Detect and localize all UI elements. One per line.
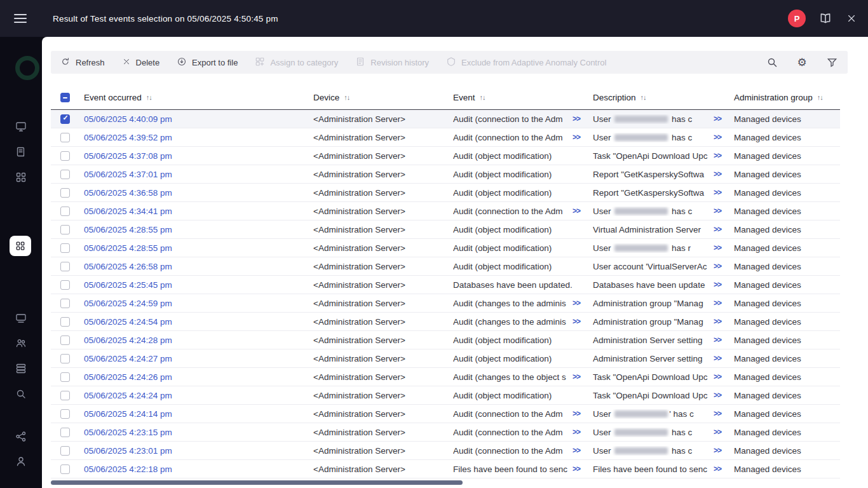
sort-icon[interactable]: ↑↓: [480, 93, 485, 101]
expand-link[interactable]: >>: [714, 280, 721, 289]
brand-logo-icon[interactable]: P: [788, 10, 806, 27]
row-checkbox[interactable]: [60, 372, 70, 382]
select-all-checkbox[interactable]: [60, 93, 70, 102]
sort-icon[interactable]: ↑↓: [344, 93, 349, 101]
sidebar-item-monitoring[interactable]: [14, 119, 28, 133]
expand-link[interactable]: >>: [573, 299, 580, 308]
expand-link[interactable]: >>: [714, 262, 721, 271]
row-checkbox[interactable]: [60, 243, 70, 253]
expand-link[interactable]: >>: [714, 317, 721, 326]
event-time-link[interactable]: 05/06/2025 4:34:41 pm: [84, 207, 172, 216]
row-checkbox[interactable]: [60, 114, 70, 124]
menu-icon[interactable]: [14, 14, 27, 23]
event-time-link[interactable]: 05/06/2025 4:24:26 pm: [84, 372, 172, 382]
expand-link[interactable]: >>: [714, 428, 721, 437]
expand-link[interactable]: >>: [714, 391, 721, 400]
help-book-icon[interactable]: [819, 12, 832, 25]
table-row[interactable]: 05/06/2025 4:24:26 pm<Administration Ser…: [51, 368, 840, 386]
event-time-link[interactable]: 05/06/2025 4:28:55 pm: [84, 225, 172, 234]
table-row[interactable]: 05/06/2025 4:23:01 pm<Administration Ser…: [51, 442, 840, 460]
row-checkbox[interactable]: [60, 188, 70, 198]
event-time-link[interactable]: 05/06/2025 4:23:15 pm: [84, 428, 172, 437]
sidebar-item-search[interactable]: [14, 387, 28, 401]
refresh-button[interactable]: Refresh: [60, 57, 105, 69]
row-checkbox[interactable]: [60, 262, 70, 271]
expand-link[interactable]: >>: [714, 133, 721, 142]
expand-link[interactable]: >>: [573, 372, 580, 381]
table-row[interactable]: 05/06/2025 4:37:01 pm<Administration Ser…: [51, 165, 840, 184]
expand-link[interactable]: >>: [573, 114, 580, 123]
table-row[interactable]: 05/06/2025 4:39:52 pm<Administration Ser…: [51, 128, 840, 147]
sidebar-item-devices[interactable]: [14, 311, 28, 325]
row-checkbox[interactable]: [60, 280, 70, 290]
event-time-link[interactable]: 05/06/2025 4:26:58 pm: [84, 262, 172, 271]
table-row[interactable]: 05/06/2025 4:28:55 pm<Administration Ser…: [51, 239, 840, 257]
table-row[interactable]: 05/06/2025 4:34:41 pm<Administration Ser…: [51, 202, 840, 220]
row-checkbox[interactable]: [60, 133, 70, 142]
table-row[interactable]: 05/06/2025 4:40:09 pm<Administration Ser…: [51, 110, 840, 128]
exclude-aac-button[interactable]: Exclude from Adaptive Anomaly Control: [446, 57, 606, 69]
event-time-link[interactable]: 05/06/2025 4:37:08 pm: [84, 151, 172, 161]
event-time-link[interactable]: 05/06/2025 4:22:18 pm: [84, 464, 172, 474]
column-header-description[interactable]: Description ↑↓: [593, 93, 734, 102]
horizontal-scrollbar-thumb[interactable]: [51, 480, 463, 485]
event-time-link[interactable]: 05/06/2025 4:23:01 pm: [84, 446, 172, 456]
row-checkbox[interactable]: [60, 464, 70, 474]
event-time-link[interactable]: 05/06/2025 4:36:58 pm: [84, 188, 172, 198]
row-checkbox[interactable]: [60, 354, 70, 363]
row-checkbox[interactable]: [60, 299, 70, 308]
expand-link[interactable]: >>: [573, 464, 580, 473]
export-button[interactable]: Export to file: [177, 57, 238, 69]
table-row[interactable]: 05/06/2025 4:24:24 pm<Administration Ser…: [51, 386, 840, 405]
assign-category-button[interactable]: Assign to category: [255, 57, 338, 69]
expand-link[interactable]: >>: [714, 299, 721, 308]
expand-link[interactable]: >>: [714, 207, 721, 215]
event-time-link[interactable]: 05/06/2025 4:24:28 pm: [84, 336, 172, 345]
event-time-link[interactable]: 05/06/2025 4:24:27 pm: [84, 354, 172, 363]
table-row[interactable]: 05/06/2025 4:36:58 pm<Administration Ser…: [51, 184, 840, 202]
expand-link[interactable]: >>: [714, 354, 721, 363]
expand-link[interactable]: >>: [714, 114, 721, 123]
expand-link[interactable]: >>: [573, 317, 580, 326]
sort-icon[interactable]: ↑↓: [641, 93, 646, 101]
close-icon[interactable]: [845, 12, 858, 25]
event-time-link[interactable]: 05/06/2025 4:24:54 pm: [84, 317, 172, 327]
search-icon[interactable]: [766, 56, 778, 69]
revision-history-button[interactable]: Revision history: [355, 57, 429, 69]
table-row[interactable]: 05/06/2025 4:23:15 pm<Administration Ser…: [51, 423, 840, 442]
delete-button[interactable]: Delete: [122, 57, 160, 68]
expand-link[interactable]: >>: [714, 170, 721, 179]
expand-link[interactable]: >>: [714, 336, 721, 344]
filter-icon[interactable]: [825, 56, 838, 69]
sidebar-item-apps[interactable]: [14, 170, 28, 184]
expand-link[interactable]: >>: [714, 243, 721, 252]
column-header-administration-group[interactable]: Administration group ↑↓: [734, 93, 840, 102]
row-checkbox[interactable]: [60, 409, 70, 419]
column-header-event[interactable]: Event ↑↓: [453, 93, 593, 102]
row-checkbox[interactable]: [60, 336, 70, 345]
table-row[interactable]: 05/06/2025 4:24:54 pm<Administration Ser…: [51, 313, 840, 331]
row-checkbox[interactable]: [60, 151, 70, 161]
expand-link[interactable]: >>: [714, 188, 721, 197]
event-time-link[interactable]: 05/06/2025 4:39:52 pm: [84, 133, 172, 142]
column-header-device[interactable]: Device ↑↓: [313, 93, 453, 102]
expand-link[interactable]: >>: [714, 409, 721, 418]
expand-link[interactable]: >>: [573, 409, 580, 418]
expand-link[interactable]: >>: [573, 133, 580, 142]
table-row[interactable]: 05/06/2025 4:24:59 pm<Administration Ser…: [51, 294, 840, 313]
sidebar-item-storage[interactable]: [14, 362, 28, 376]
row-checkbox[interactable]: [60, 428, 70, 437]
row-checkbox[interactable]: [60, 317, 70, 327]
event-time-link[interactable]: 05/06/2025 4:37:01 pm: [84, 170, 172, 179]
event-time-link[interactable]: 05/06/2025 4:40:09 pm: [84, 114, 172, 124]
table-row[interactable]: 05/06/2025 4:22:18 pm<Administration Ser…: [51, 460, 840, 478]
sidebar-item-reports[interactable]: [14, 145, 28, 159]
sidebar-item-account[interactable]: [14, 454, 28, 468]
table-row[interactable]: 05/06/2025 4:26:58 pm<Administration Ser…: [51, 257, 840, 276]
expand-link[interactable]: >>: [714, 372, 721, 381]
table-row[interactable]: 05/06/2025 4:24:27 pm<Administration Ser…: [51, 349, 840, 368]
row-checkbox[interactable]: [60, 207, 70, 216]
sort-icon[interactable]: ↑↓: [817, 93, 823, 101]
expand-link[interactable]: >>: [714, 446, 721, 455]
row-checkbox[interactable]: [60, 170, 70, 179]
